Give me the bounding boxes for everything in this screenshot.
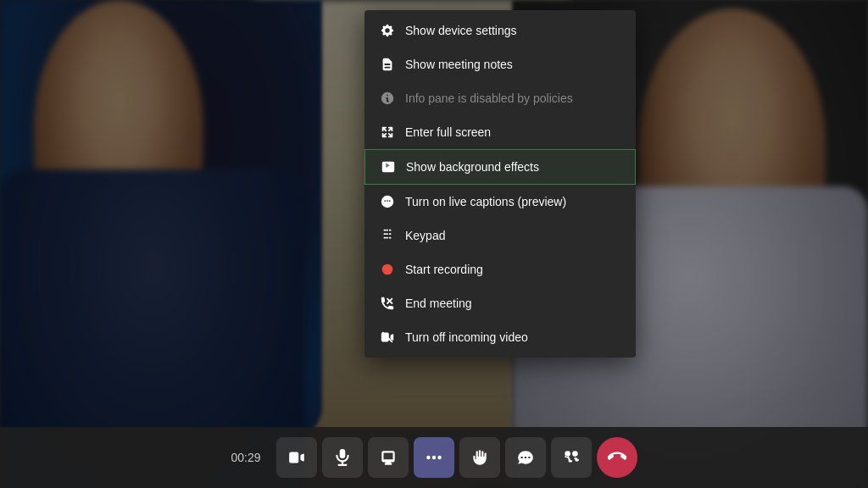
menu-label-incoming-video: Turn off incoming video	[405, 330, 528, 344]
menu-item-device-settings[interactable]: Show device settings	[364, 14, 636, 47]
toolbar: 00:29	[0, 427, 868, 488]
background-effects-icon	[381, 159, 396, 175]
menu-label-meeting-notes: Show meeting notes	[405, 58, 513, 71]
menu-label-end-meeting: End meeting	[405, 297, 472, 310]
menu-label-live-captions: Turn on live captions (preview)	[405, 195, 566, 208]
info-icon	[380, 91, 395, 106]
menu-item-background-effects[interactable]: Show background effects	[364, 149, 636, 185]
chat-button[interactable]	[505, 437, 546, 478]
more-options-button[interactable]	[414, 437, 454, 478]
menu-item-fullscreen[interactable]: Enter full screen	[364, 115, 636, 149]
captions-icon	[380, 194, 395, 209]
share-screen-button[interactable]	[368, 437, 409, 478]
menu-label-keypad: Keypad	[405, 229, 445, 242]
end-call-button[interactable]	[597, 437, 637, 478]
menu-item-recording[interactable]: Start recording	[364, 252, 636, 286]
record-icon	[380, 262, 395, 277]
context-menu: Show device settings Show meeting notes …	[364, 10, 636, 358]
menu-item-live-captions[interactable]: Turn on live captions (preview)	[364, 185, 636, 219]
menu-label-info-pane: Info pane is disabled by policies	[405, 92, 573, 105]
menu-label-background-effects: Show background effects	[406, 160, 539, 174]
participants-button[interactable]	[551, 437, 592, 478]
menu-item-meeting-notes[interactable]: Show meeting notes	[364, 47, 636, 81]
menu-item-keypad[interactable]: Keypad	[364, 219, 636, 252]
menu-label-device-settings: Show device settings	[405, 24, 517, 37]
keypad-icon	[380, 228, 395, 243]
video-off-icon	[380, 330, 395, 345]
mute-button[interactable]	[322, 437, 363, 478]
svg-point-0	[382, 264, 393, 275]
fullscreen-icon	[380, 125, 395, 140]
notes-icon	[380, 57, 395, 72]
video-button[interactable]	[276, 437, 317, 478]
menu-item-end-meeting[interactable]: End meeting	[364, 286, 636, 320]
menu-item-incoming-video[interactable]: Turn off incoming video	[364, 320, 636, 354]
menu-label-fullscreen: Enter full screen	[405, 125, 491, 139]
menu-item-info-pane: Info pane is disabled by policies	[364, 81, 636, 115]
menu-label-recording: Start recording	[405, 263, 483, 276]
raise-hand-button[interactable]	[459, 437, 500, 478]
gear-icon	[380, 23, 395, 38]
end-meeting-icon	[380, 296, 395, 311]
call-timer: 00:29	[231, 451, 260, 464]
